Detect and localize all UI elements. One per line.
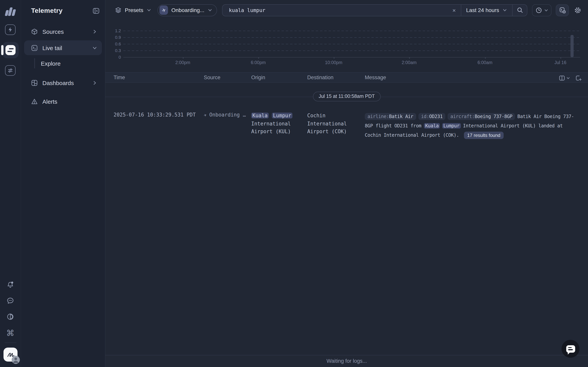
presets-label: Presets bbox=[125, 7, 143, 13]
search-input[interactable] bbox=[223, 4, 447, 16]
logs-icon bbox=[5, 45, 15, 55]
add-column-button[interactable] bbox=[576, 75, 582, 81]
notification-dot bbox=[11, 282, 13, 284]
active-rail-marker bbox=[1, 45, 3, 55]
alert-triangle-icon bbox=[31, 98, 38, 105]
add-column-icon bbox=[576, 75, 582, 81]
user-avatar bbox=[11, 356, 20, 364]
gridline bbox=[123, 44, 580, 44]
chevron-down-icon bbox=[544, 8, 548, 12]
field-badge-id[interactable]: id:OD231 bbox=[418, 113, 445, 120]
x-axis-tick: 6:00am bbox=[471, 60, 499, 65]
time-range-selector[interactable]: Last 24 hours bbox=[461, 4, 512, 16]
log-destination: Cochin International Airport (COK) bbox=[307, 109, 365, 136]
query-console-button[interactable] bbox=[556, 4, 569, 16]
settings-button[interactable] bbox=[574, 6, 582, 14]
log-time: 2025-07-16 10:33:29.531 PDT bbox=[113, 109, 204, 118]
shortcuts-button[interactable]: ⌘ bbox=[6, 329, 14, 337]
app-rail: ⌘ bbox=[0, 0, 21, 367]
search-highlight: Lumpur bbox=[272, 113, 293, 118]
sidebar-item-alerts[interactable]: Alerts bbox=[24, 94, 102, 109]
sidebar-item-label: Dashboards bbox=[42, 79, 92, 86]
gear-icon bbox=[574, 6, 582, 14]
chevron-down-icon bbox=[566, 76, 570, 80]
chat-ellipsis-icon bbox=[7, 297, 14, 304]
y-axis-tick: 0.3 bbox=[105, 48, 121, 53]
date-divider-row: Jul 15 at 11:00:58am PDT bbox=[105, 92, 588, 102]
chevron-down-icon bbox=[208, 8, 213, 12]
column-header-message[interactable]: Message bbox=[365, 75, 583, 80]
workspace-avatar[interactable] bbox=[3, 348, 17, 362]
event-histogram[interactable]: 1.2 0.9 0.6 0.3 0 2:00pm 6:00pm 10:00pm … bbox=[105, 20, 588, 68]
histogram-bar[interactable] bbox=[571, 35, 574, 57]
rail-item-live-tail[interactable] bbox=[2, 42, 18, 58]
sliders-icon bbox=[5, 65, 16, 76]
lightning-icon bbox=[5, 25, 16, 35]
app-logo-icon[interactable] bbox=[5, 5, 15, 16]
chevron-right-icon bbox=[92, 80, 97, 85]
results-count-badge[interactable]: 17 results found bbox=[464, 132, 504, 139]
log-source: ✈Onboarding … bbox=[204, 109, 251, 118]
sidebar-item-label: Live tail bbox=[42, 44, 92, 51]
main-panel: Presets ✈ Onboarding... × bbox=[105, 0, 588, 367]
gridline bbox=[123, 37, 580, 38]
sidebar-item-label: Explore bbox=[41, 60, 61, 67]
column-header-origin[interactable]: Origin bbox=[251, 75, 307, 80]
x-axis-tick: 2:00pm bbox=[169, 60, 196, 65]
status-bar: Waiting for logs... bbox=[105, 355, 588, 367]
sidebar-item-live-tail[interactable]: Live tail bbox=[24, 40, 102, 55]
rail-item-flash[interactable] bbox=[5, 25, 16, 35]
sidebar-item-explore[interactable]: Explore bbox=[21, 58, 105, 69]
date-divider-pill[interactable]: Jul 15 at 11:00:58am PDT bbox=[313, 92, 381, 101]
search-bar-group: × Last 24 hours bbox=[222, 4, 527, 16]
theme-toggle-button[interactable] bbox=[7, 313, 14, 320]
sidebar-item-label: Sources bbox=[42, 28, 92, 35]
query-toolbar: Presets ✈ Onboarding... × bbox=[105, 0, 588, 20]
columns-icon bbox=[559, 75, 565, 81]
field-badge-airline[interactable]: airline:Batik Air bbox=[365, 113, 416, 120]
clear-search-button[interactable]: × bbox=[447, 4, 461, 16]
x-axis-baseline bbox=[123, 57, 580, 58]
log-row[interactable]: 2025-07-16 10:33:29.531 PDT ✈Onboarding … bbox=[105, 109, 588, 140]
y-axis-tick: 1.2 bbox=[105, 28, 121, 33]
x-axis-tick: Jul 16 bbox=[547, 60, 574, 65]
chevron-right-icon bbox=[92, 29, 97, 34]
chevron-down-icon bbox=[147, 8, 151, 12]
waiting-status: Waiting for logs... bbox=[327, 358, 367, 364]
log-table-header: Time Source Origin Destination Message bbox=[105, 72, 588, 83]
field-badge-aircraft[interactable]: aircraft:Boeing 737-8GP bbox=[448, 113, 515, 120]
log-message: airline:Batik Airid:OD231aircraft:Boeing… bbox=[365, 109, 583, 140]
search-highlight: Lumpur bbox=[442, 123, 461, 129]
columns-visibility-button[interactable] bbox=[559, 75, 570, 81]
x-axis-tick: 10:00pm bbox=[320, 60, 347, 65]
search-highlight: Kuala bbox=[251, 113, 269, 118]
app-window: ⌘ Telemetry bbox=[0, 0, 588, 367]
gridline bbox=[123, 31, 580, 31]
cube-icon bbox=[31, 28, 38, 35]
rail-item-metrics[interactable] bbox=[5, 65, 16, 76]
live-tail-subnav: Explore bbox=[21, 58, 105, 69]
chat-bubble-icon bbox=[566, 345, 575, 352]
support-chat-button[interactable] bbox=[562, 340, 579, 358]
notifications-button[interactable] bbox=[7, 281, 14, 289]
feedback-button[interactable] bbox=[7, 297, 14, 304]
panel-collapse-icon bbox=[93, 7, 100, 14]
y-axis-tick: 0.6 bbox=[105, 42, 121, 46]
x-axis-tick: 2:00am bbox=[396, 60, 423, 65]
sidebar-item-label: Alerts bbox=[42, 98, 97, 105]
sidebar-item-dashboards[interactable]: Dashboards bbox=[24, 75, 102, 90]
column-header-source[interactable]: Source bbox=[204, 75, 251, 80]
timezone-button[interactable] bbox=[532, 4, 552, 16]
x-axis-tick: 6:00pm bbox=[245, 60, 272, 65]
dataset-selector[interactable]: ✈ Onboarding... bbox=[158, 4, 217, 16]
indent-guide bbox=[34, 58, 35, 68]
chevron-down-icon bbox=[92, 45, 97, 50]
collapse-sidebar-button[interactable] bbox=[93, 7, 100, 14]
column-header-destination[interactable]: Destination bbox=[307, 75, 365, 80]
presets-button[interactable]: Presets bbox=[115, 7, 151, 13]
column-header-time[interactable]: Time bbox=[113, 75, 204, 80]
sidebar-item-sources[interactable]: Sources bbox=[24, 24, 102, 39]
rail-divider bbox=[4, 342, 16, 343]
run-search-button[interactable] bbox=[512, 4, 527, 16]
terminal-code-icon bbox=[559, 7, 566, 13]
